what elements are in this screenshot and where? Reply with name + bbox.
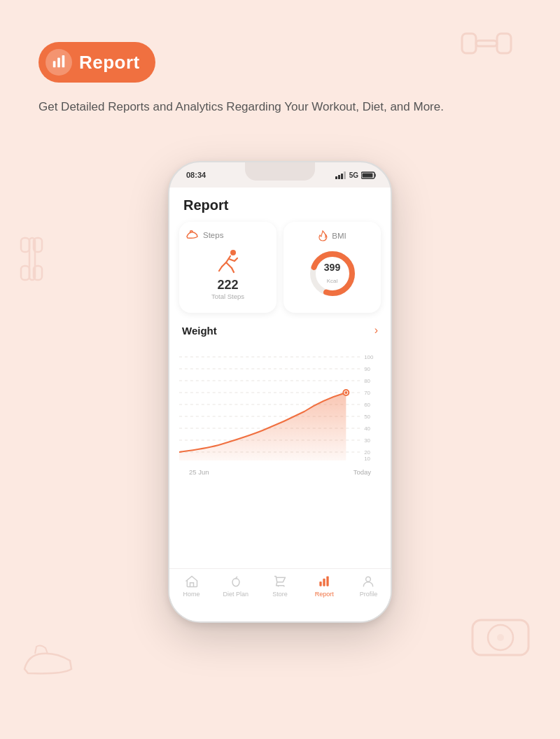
- svg-text:40: 40: [364, 425, 370, 432]
- svg-text:90: 90: [364, 366, 370, 372]
- status-right: 5G: [335, 171, 377, 179]
- weight-title: Weight: [182, 325, 217, 337]
- signal-icon: [335, 171, 346, 179]
- svg-point-44: [344, 391, 347, 394]
- svg-rect-19: [363, 173, 373, 177]
- stats-row: Steps 222 Total Steps: [169, 219, 391, 320]
- svg-rect-4: [21, 238, 29, 252]
- nav-item-diet[interactable]: Diet Plan: [214, 575, 258, 598]
- svg-rect-11: [53, 61, 56, 67]
- nav-item-report[interactable]: Report: [302, 575, 346, 598]
- svg-text:100: 100: [364, 354, 374, 360]
- phone-screen: Report Steps: [169, 188, 391, 621]
- donut-center: 399 Kcal: [324, 262, 340, 286]
- profile-icon: [361, 575, 375, 589]
- weight-section: Weight ›: [169, 320, 391, 345]
- badge-icon: [46, 49, 72, 76]
- svg-rect-14: [335, 176, 337, 179]
- phone-mockup: 08:34 5G Report: [168, 161, 392, 623]
- nav-label-diet: Diet Plan: [223, 591, 249, 598]
- phone-notch: [245, 162, 315, 181]
- nav-item-profile[interactable]: Profile: [346, 575, 391, 598]
- status-time: 08:34: [186, 171, 206, 179]
- nav-label-report: Report: [315, 591, 334, 598]
- chart-label-start: 25 Jun: [189, 468, 209, 476]
- fire-icon: [318, 230, 328, 241]
- steps-count: 222: [217, 278, 238, 293]
- bmi-card: BMI 399 Kcal: [284, 222, 381, 313]
- svg-rect-1: [462, 34, 476, 53]
- bmi-label: BMI: [332, 232, 346, 240]
- bmi-card-header: BMI: [318, 230, 346, 241]
- apple-icon: [229, 575, 243, 589]
- chart-labels: 25 Jun Today: [179, 467, 381, 476]
- weight-header: Weight ›: [182, 324, 378, 337]
- deco-scale-right: [469, 606, 532, 662]
- svg-rect-17: [344, 171, 346, 179]
- status-network: 5G: [349, 171, 358, 179]
- chart-label-end: Today: [354, 468, 371, 476]
- svg-text:50: 50: [364, 414, 370, 420]
- weight-chart-svg: 100 90 80 70 60 50 40 30 20 10: [179, 345, 381, 464]
- donut-unit: Kcal: [327, 278, 338, 284]
- deco-dumbbell-top: [455, 21, 518, 70]
- svg-rect-6: [21, 266, 29, 280]
- steps-card-header: Steps: [186, 230, 270, 240]
- svg-text:20: 20: [364, 449, 370, 456]
- svg-point-50: [366, 577, 371, 582]
- phone-shell: 08:34 5G Report: [168, 161, 392, 623]
- svg-rect-2: [497, 34, 511, 53]
- cart-icon: [273, 575, 287, 589]
- svg-text:30: 30: [364, 437, 370, 444]
- svg-rect-16: [341, 174, 343, 179]
- nav-label-home: Home: [183, 591, 200, 598]
- shoe-icon: [186, 230, 199, 240]
- svg-rect-12: [57, 58, 60, 68]
- steps-card: Steps 222 Total Steps: [179, 222, 276, 313]
- svg-point-46: [284, 586, 285, 587]
- deco-sneaker-bottom-left: [21, 641, 77, 683]
- svg-rect-48: [323, 579, 326, 586]
- svg-point-10: [497, 634, 504, 641]
- svg-point-20: [230, 250, 236, 255]
- nav-item-home[interactable]: Home: [169, 575, 214, 598]
- battery-icon: [361, 171, 377, 179]
- screen-title: Report: [183, 197, 228, 213]
- svg-point-45: [278, 586, 279, 587]
- steps-figure: 222 Total Steps: [186, 246, 270, 303]
- bar-chart-icon: [51, 55, 66, 70]
- bottom-nav: Home Diet Plan St: [169, 568, 391, 621]
- svg-text:10: 10: [364, 456, 370, 462]
- subtitle-text: Get Detailed Reports and Analytics Regar…: [38, 98, 444, 116]
- svg-text:60: 60: [364, 402, 370, 408]
- deco-dumbbell-left: [14, 231, 49, 287]
- svg-rect-47: [320, 582, 322, 586]
- nav-label-store: Store: [272, 591, 288, 598]
- svg-rect-15: [338, 175, 340, 179]
- chart-container: 100 90 80 70 60 50 40 30 20 10: [169, 345, 391, 479]
- donut-value: 399: [324, 262, 340, 273]
- svg-rect-0: [476, 41, 497, 46]
- running-icon: [214, 248, 243, 278]
- svg-text:70: 70: [364, 390, 370, 396]
- svg-rect-49: [327, 577, 329, 586]
- nav-item-store[interactable]: Store: [258, 575, 302, 598]
- steps-sub: Total Steps: [211, 293, 244, 300]
- weight-chevron-icon[interactable]: ›: [374, 324, 378, 337]
- badge-title: Report: [79, 52, 140, 73]
- svg-rect-13: [62, 55, 65, 67]
- svg-text:80: 80: [364, 378, 370, 384]
- page-header: Report Get Detailed Reports and Analytic…: [38, 42, 444, 116]
- nav-label-profile: Profile: [360, 591, 378, 598]
- screen-header: Report: [169, 188, 391, 219]
- report-icon: [317, 575, 331, 589]
- report-badge: Report: [38, 42, 155, 83]
- home-icon: [185, 575, 199, 589]
- donut-chart: 399 Kcal: [307, 248, 358, 299]
- steps-label: Steps: [203, 231, 223, 239]
